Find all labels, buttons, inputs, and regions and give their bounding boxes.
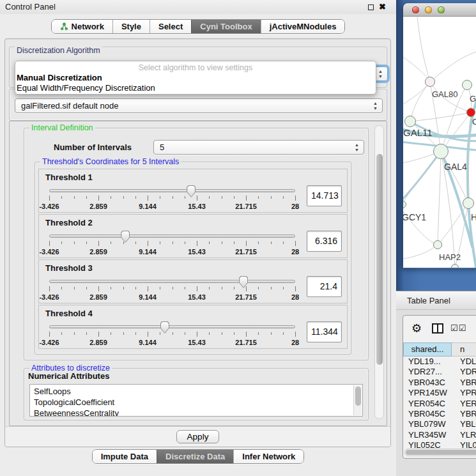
algorithm-option[interactable]: Equal Width/Frequency Discretization <box>15 83 376 93</box>
slider-tick <box>283 196 284 199</box>
algorithm-dropdown-popup: Select algorithm to view settings Manual… <box>15 61 376 95</box>
split-view-icon[interactable] <box>432 323 443 334</box>
tab-jactivemnodules[interactable]: jActiveMNodules <box>261 20 345 33</box>
threshold-slider[interactable]: -3.4262.8599.14415.4321.71528 <box>47 185 298 213</box>
table-row[interactable]: YPR145WYPR1 <box>403 388 476 398</box>
slider-tick <box>246 286 247 291</box>
cell-shared-name: YER054C <box>403 399 452 409</box>
settings-vertical-scrollbar[interactable] <box>374 125 384 419</box>
slider-tick <box>49 332 50 337</box>
slider-tick <box>209 196 210 199</box>
table-row[interactable]: YBL079WYBL0 <box>403 419 476 429</box>
network-node[interactable] <box>463 197 474 209</box>
tab-infer-network[interactable]: Infer Network <box>233 450 303 463</box>
attributes-list-scrollbar[interactable] <box>353 385 362 415</box>
close-traffic-light-icon[interactable] <box>412 6 419 13</box>
network-node-label: GAL4 <box>444 162 467 172</box>
slider-ticks <box>49 241 295 247</box>
column-header-shared-name[interactable]: shared... <box>403 342 452 357</box>
network-window-titlebar[interactable] <box>403 3 476 17</box>
attribute-item[interactable]: BetweennessCentrality <box>34 408 362 417</box>
table-row[interactable]: YLR345WYLR3 <box>403 430 476 440</box>
threshold-row: -3.4262.8599.14415.4321.71528 6.316 <box>44 230 342 258</box>
slider-tick <box>160 196 160 199</box>
slider-tick <box>295 332 296 337</box>
threshold-slider[interactable]: -3.4262.8599.14415.4321.71528 <box>47 321 298 349</box>
scrollbar-thumb[interactable] <box>406 450 476 455</box>
threshold-label: Threshold 3 <box>45 263 342 273</box>
apply-button[interactable]: Apply <box>176 430 220 443</box>
threshold-value-field[interactable]: 11.344 <box>307 321 342 342</box>
slider-track[interactable] <box>49 234 295 238</box>
slider-ticks <box>49 196 295 201</box>
slider-tick <box>74 287 75 289</box>
slider-track[interactable] <box>49 189 295 192</box>
close-icon[interactable]: ✖ <box>379 2 386 12</box>
table-row[interactable]: YDL19...YDL1 <box>403 357 476 367</box>
slider-tick <box>173 242 173 244</box>
desktop-background: GAL80GACGAL11GAL4GCY1HHAP2 <box>396 0 476 291</box>
slider-tick <box>173 196 173 199</box>
attributes-group: Attributes to discretize Numerical Attri… <box>24 368 369 420</box>
num-intervals-combobox[interactable]: 5 ▲▼ <box>153 140 364 155</box>
slider-track[interactable] <box>49 325 295 328</box>
slider-tick-label: 15.43 <box>188 293 206 301</box>
slider-tick <box>185 287 185 289</box>
table-horizontal-scrollbar[interactable] <box>404 449 476 456</box>
attributes-list[interactable]: SelfLoopsTopologicalCoefficientBetweenne… <box>29 384 363 417</box>
scrollbar-thumb[interactable] <box>355 387 361 406</box>
threshold-value-field[interactable]: 14.713 <box>307 185 342 206</box>
combo-value: 5 <box>160 142 164 152</box>
attribute-item[interactable]: TopologicalCoefficient <box>34 397 362 408</box>
zoom-traffic-light-icon[interactable] <box>438 6 445 13</box>
slider-track[interactable] <box>49 280 295 283</box>
tab-impute-data[interactable]: Impute Data <box>93 450 157 463</box>
network-node[interactable] <box>466 108 475 117</box>
interval-definition-group: Interval Definition Number of Intervals … <box>24 128 369 360</box>
cell-name: YBR0 <box>452 409 476 419</box>
tab-select[interactable]: Select <box>150 20 191 33</box>
threshold-slider[interactable]: -3.4262.8599.14415.4321.71528 <box>47 230 298 258</box>
slider-tick <box>209 332 210 335</box>
threshold-value-field[interactable]: 6.316 <box>307 231 342 252</box>
threshold-slider[interactable]: -3.4262.8599.14415.4321.71528 <box>47 275 298 303</box>
float-window-icon[interactable] <box>368 4 374 10</box>
select-columns-icon[interactable]: ☑☑ <box>450 323 466 333</box>
threshold-value-field[interactable]: 21.4 <box>307 276 342 297</box>
slider-tick <box>258 242 259 244</box>
apply-row: Apply <box>5 426 390 447</box>
minimize-traffic-light-icon[interactable] <box>425 6 432 13</box>
column-header-name[interactable]: n <box>452 342 476 357</box>
scrollbar-thumb[interactable] <box>376 154 383 365</box>
tab-style[interactable]: Style <box>112 20 150 33</box>
network-node[interactable] <box>433 144 449 159</box>
slider-tick <box>86 332 87 335</box>
algorithm-option[interactable]: Manual Discretization <box>15 73 376 83</box>
table-row[interactable]: YBR045CYBR0 <box>403 409 476 419</box>
tab-discretize-data[interactable]: Discretize Data <box>157 450 233 463</box>
network-edges <box>403 17 476 268</box>
slider-tick-label: 21.715 <box>235 293 257 301</box>
cyni-toolbox-panel: Discretization Algorithm ▲▼ Select algor… <box>4 38 391 447</box>
gear-icon[interactable]: ⚙ <box>411 322 422 335</box>
table-row[interactable]: YER054CYER0 <box>403 399 476 409</box>
top-tab-bar: NetworkStyleSelectCyni ToolboxjActiveMNo… <box>0 19 396 34</box>
slider-tick <box>49 241 50 246</box>
tab-cyni-toolbox[interactable]: Cyni Toolbox <box>191 20 260 33</box>
table-row[interactable]: YBR043CYBR0 <box>403 378 476 388</box>
table-data-combobox[interactable]: galFiltered.sif default node ▲▼ <box>15 98 383 113</box>
slider-span-area: -3.4262.8599.14415.4321.71528 <box>49 321 295 349</box>
tab-network[interactable]: Network <box>52 20 112 33</box>
network-node[interactable] <box>462 80 472 90</box>
slider-tick <box>111 287 111 289</box>
network-canvas[interactable]: GAL80GACGAL11GAL4GCY1HHAP2 <box>403 17 476 268</box>
network-node[interactable] <box>404 116 416 127</box>
slider-tick-label: 9.144 <box>139 293 157 301</box>
network-node[interactable] <box>451 264 459 268</box>
slider-tick <box>86 242 87 244</box>
network-node[interactable] <box>433 240 442 249</box>
table-row[interactable]: YDR27...YDR2 <box>403 367 476 377</box>
network-node[interactable] <box>425 77 435 87</box>
network-node-label: GAL80 <box>432 89 457 99</box>
attribute-item[interactable]: SelfLoops <box>34 386 362 397</box>
